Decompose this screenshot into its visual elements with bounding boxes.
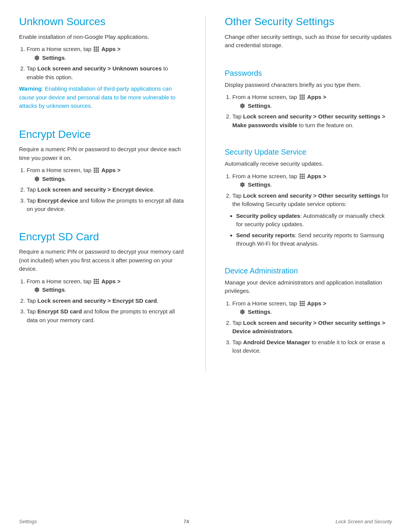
step-item: Tap Lock screen and security > Other sec… [233,112,392,129]
section-passwords: Passwords Display password characters br… [225,67,392,133]
footer-left: Settings [19,519,37,524]
step-bold: Settings [248,102,270,109]
svg-point-5 [242,311,243,313]
section-encrypt-device: Encrypt Device Require a numeric PIN or … [19,128,186,217]
step-bold: Android Device Manager [243,339,310,345]
apps-icon [299,94,305,100]
settings-icon [34,55,40,61]
step-bold: Encrypt SD card [37,308,82,315]
step-suffix: . [271,308,272,315]
encrypt-device-steps: From a Home screen, tap Apps > Settings. [27,166,186,214]
step-item: Tap Lock screen and security > Other sec… [233,192,392,209]
step-bold: Apps > [307,173,326,179]
section-unknown-sources: Unknown Sources Enable installation of n… [19,15,186,114]
apps-icon [94,279,99,284]
svg-point-4 [242,184,243,185]
section-device-administration: Device Administration Manage your device… [225,265,392,358]
step-bold: Apps > [307,300,326,307]
step-suffix: . [271,102,272,109]
step-text: From a Home screen, tap [27,46,93,52]
step-text: Tap Lock screen and security > Other sec… [233,320,386,335]
step-text: Tap Encrypt device and follow the prompt… [27,197,184,212]
step-item: Tap Lock screen and security > Other sec… [233,319,392,336]
page-footer: Settings 74 Lock Screen and Security [0,519,411,524]
step-suffix: . [65,54,66,61]
settings-icon [239,103,245,109]
device-administration-desc: Manage your device administrators and ap… [225,278,392,296]
step-item: Tap Encrypt device and follow the prompt… [27,197,186,214]
step-bold: Lock screen and security > Other securit… [233,113,386,128]
step-item: From a Home screen, tap Apps > Settings. [233,299,392,316]
step-item: Tap Android Device Manager to enable it … [233,338,392,355]
step-text: Tap Android Device Manager to enable it … [233,339,385,354]
settings-icon [34,287,40,293]
step-bold: Encrypt device [37,197,78,204]
encrypt-sd-card-title: Encrypt SD Card [19,230,186,243]
settings-icon [239,309,245,315]
encrypt-device-desc: Require a numeric PIN or password to dec… [19,145,186,162]
step-text: Tap Lock screen and security > Other sec… [233,113,386,128]
step-text: From a Home screen, tap [233,300,299,307]
section-encrypt-sd-card: Encrypt SD Card Require a numeric PIN or… [19,230,186,328]
passwords-title: Passwords [225,69,392,78]
unknown-sources-steps: From a Home screen, tap Apps > Settings. [27,45,186,81]
step-text: From a Home screen, tap [233,94,299,100]
step-bold: Settings [248,308,270,315]
apps-icon [299,301,305,306]
security-update-bullets: Security policy updates: Automatically o… [236,212,392,248]
footer-right: Lock Screen and Security [336,519,392,524]
left-column: Unknown Sources Enable installation of n… [19,15,186,372]
step-bold: Settings [42,176,65,182]
warning-label: Warning [19,85,41,92]
step-bold: Apps > [101,167,120,173]
step-item: From a Home screen, tap Apps > Settings. [27,166,186,183]
step-suffix: . [65,176,66,182]
step-text: Tap Encrypt SD card and follow the promp… [27,308,175,323]
step-item: From a Home screen, tap Apps > Settings. [27,45,186,62]
step-item: From a Home screen, tap Apps > Settings. [233,93,392,110]
step-bold: Lock screen and security > Encrypt SD ca… [37,297,157,304]
other-security-desc: Change other security settings, such as … [225,33,392,50]
step-bold: Settings [42,286,65,293]
passwords-steps: From a Home screen, tap Apps > Settings. [233,93,392,129]
step-text: From a Home screen, tap [233,173,299,179]
device-administration-steps: From a Home screen, tap Apps > Settings. [233,299,392,355]
step-text: From a Home screen, tap [27,278,93,284]
settings-icon [239,182,245,188]
unknown-sources-desc: Enable installation of non-Google Play a… [19,33,186,42]
footer-page-number: 74 [183,519,189,524]
step-text: Tap Lock screen and security > Encrypt S… [27,297,158,304]
step-bold: Apps > [101,46,120,52]
security-update-service-steps: From a Home screen, tap Apps > Settings. [233,172,392,209]
apps-icon [94,46,99,52]
step-bold: Settings [42,54,65,61]
step-suffix: . [65,286,66,293]
step-bold: Lock screen and security > Unknown sourc… [37,65,161,72]
step-item: Tap Encrypt SD card and follow the promp… [27,307,186,324]
bullet-item: Security policy updates: Automatically o… [236,212,392,229]
device-administration-title: Device Administration [225,267,392,275]
warning-text: : Enabling installation of third-party a… [19,85,175,109]
step-bold: Apps > [307,94,326,100]
step-item: From a Home screen, tap Apps > Settings. [233,172,392,189]
step-bold: Settings [248,181,270,188]
step-item: Tap Lock screen and security > Encrypt S… [27,297,186,305]
encrypt-sd-card-steps: From a Home screen, tap Apps > Settings. [27,277,186,325]
bullet-bold: Security policy updates [236,212,300,219]
security-update-service-desc: Automatically receive security updates. [225,160,392,168]
svg-point-3 [242,105,243,107]
apps-icon [94,168,99,173]
encrypt-device-title: Encrypt Device [19,128,186,141]
svg-point-0 [36,57,38,59]
column-divider [206,15,206,372]
settings-icon [34,176,40,182]
security-update-service-title: Security Update Service [225,148,392,157]
step-item: Tap Lock screen and security > Unknown s… [27,64,186,81]
step-bold: Lock screen and security > Encrypt devic… [37,186,153,193]
right-column: Other Security Settings Change other sec… [225,15,392,372]
step-item: Tap Lock screen and security > Encrypt d… [27,185,186,194]
other-security-header: Other Security Settings Change other sec… [225,15,392,54]
bullet-bold: Send security reports [236,232,295,238]
step-suffix: . [271,181,272,188]
step-text: Tap Lock screen and security > Unknown s… [27,65,168,80]
